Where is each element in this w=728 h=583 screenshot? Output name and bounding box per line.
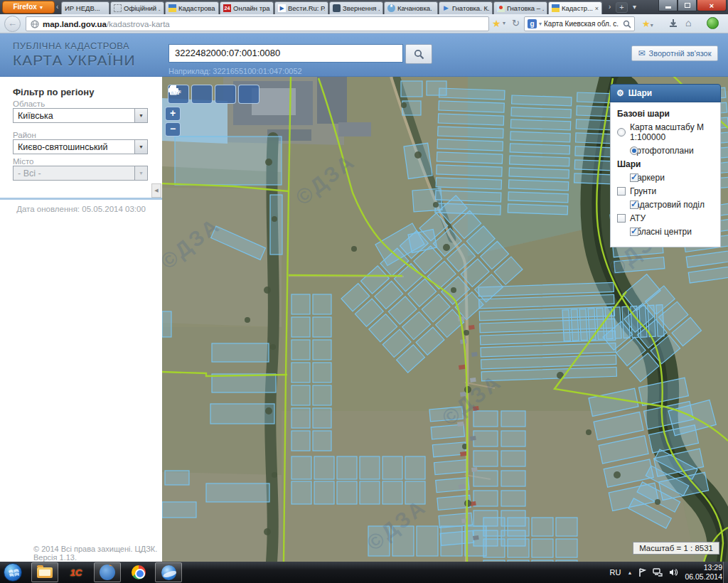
browser-tab[interactable]: *Качановка. ... (384, 1, 438, 14)
layers-panel-header[interactable]: ⚙ Шари (610, 84, 721, 102)
language-indicator[interactable]: RU (610, 568, 621, 577)
layer-label: Кадастровий поділ (630, 200, 705, 210)
layer-option[interactable]: АТУ (617, 213, 714, 223)
cadastre-search-button[interactable] (405, 44, 432, 64)
taskbar-1c[interactable]: 1С (63, 562, 90, 582)
browser-search-field[interactable]: g ▾ Карта Киевская обл. с. Гнатовка (524, 16, 635, 31)
bookmark-star-icon[interactable]: ★ (492, 18, 501, 29)
taskbar-firefox[interactable] (94, 562, 121, 582)
hidden-icons-arrow[interactable]: ▲ (628, 570, 633, 575)
show-desktop-button[interactable] (723, 562, 728, 583)
uaflag-favicon-icon (552, 4, 560, 12)
1c-icon: 1С (70, 567, 82, 578)
back-button[interactable]: ← (4, 16, 21, 32)
sidebar-collapse-button[interactable]: ◀ (151, 183, 161, 198)
list-tabs-button[interactable]: ▾ (633, 3, 636, 11)
taskbar-explorer[interactable] (31, 562, 58, 582)
addon-icon[interactable] (707, 17, 719, 29)
clock[interactable]: 13:29 06.05.2014 (685, 563, 722, 582)
taskbar-chrome[interactable] (125, 562, 152, 582)
zoom-in-button[interactable]: + (165, 107, 181, 121)
base-layer-option[interactable]: Ортофотоплани (617, 146, 714, 156)
tab-scroll-left[interactable]: ‹ (56, 3, 58, 11)
layer-option[interactable]: Кадастровий поділ (617, 200, 714, 210)
checkbox-icon[interactable] (630, 173, 638, 182)
print-button[interactable] (215, 85, 236, 104)
url-domain: map.land.gov.ua (43, 20, 107, 28)
restore-button[interactable] (678, 0, 697, 11)
browser-tab[interactable]: Звернення ... (329, 1, 383, 14)
tab-label: ИР НЕДВ... (65, 4, 106, 12)
url-bar[interactable]: map.land.gov.ua/kadastrova-karta (26, 16, 489, 31)
base-layer-option[interactable]: Карта масштабу М 1:100000 (617, 122, 714, 142)
zoom-out-button[interactable]: − (165, 122, 181, 137)
radio-icon[interactable] (617, 128, 626, 137)
taskbar-google-earth[interactable] (155, 562, 182, 582)
vesti-favicon-icon: ▶ (278, 4, 286, 12)
cadastre-search-input[interactable]: 3222482000:07:001:0080 (168, 44, 403, 63)
layer-option[interactable]: Обласні центри (617, 227, 714, 237)
close-button[interactable]: × (697, 0, 727, 11)
browser-tab[interactable]: Офіційний ... (110, 1, 164, 14)
map-toolbar: м м² ? (168, 85, 259, 104)
system-tray: RU ▲ 13:29 06.05.2014 (610, 562, 722, 583)
browser-tab[interactable]: ИР НЕДВ... (61, 1, 109, 14)
layer-label: Ортофотоплани (630, 146, 694, 156)
browser-tab[interactable]: Кадастр...× (548, 1, 602, 14)
browser-tab[interactable]: Кадастрова... (165, 1, 219, 14)
search-hint: Наприклад: 3221655100:01:047:0052 (168, 67, 302, 75)
filter-select-район[interactable]: Києво-святошинський▼ (13, 139, 148, 154)
checkbox-icon[interactable] (630, 228, 638, 236)
start-button[interactable] (4, 563, 22, 582)
gear-icon: ⚙ (616, 88, 624, 98)
feedback-button[interactable]: ✉ Зворотній зв'язок (631, 46, 718, 61)
volume-icon[interactable] (669, 568, 678, 577)
search-query: Карта Киевская обл. с. Гнатовка (544, 20, 621, 28)
envelope-icon: ✉ (638, 48, 645, 58)
checkbox-icon[interactable] (617, 214, 626, 223)
identify-help-button[interactable]: ? (238, 85, 259, 104)
filter-select-область[interactable]: Київська▼ (13, 108, 148, 123)
tab-label: Офіційний ... (124, 4, 161, 12)
layer-option[interactable]: Грунти (617, 186, 714, 196)
layer-label: Карта масштабу М 1:100000 (630, 122, 714, 142)
url-path: /kadastrova-karta (107, 20, 170, 28)
browser-tab[interactable]: Гнатовка – ... (493, 1, 547, 14)
checkbox-icon[interactable] (630, 200, 638, 209)
bookmarks-icon: ★ (642, 18, 651, 29)
action-center-flag-icon[interactable] (638, 568, 646, 577)
browser-tab[interactable]: 24Онлайн тра... (220, 1, 274, 14)
browser-tab[interactable]: ▶Вести.Ru: Р... (274, 1, 328, 14)
chevron-down-icon[interactable]: ▼ (134, 140, 147, 154)
chevron-down-icon[interactable]: ▼ (134, 109, 147, 122)
search-icon (414, 49, 424, 60)
radio-icon[interactable] (630, 146, 638, 155)
measure-area-button[interactable]: м² (191, 85, 213, 104)
minimize-button[interactable] (658, 0, 678, 11)
search-engine-icon[interactable]: g (528, 19, 537, 28)
globe-icon (31, 20, 39, 28)
layer-label: Грунти (630, 186, 656, 196)
new-tab-button[interactable]: + (616, 2, 628, 13)
layer-option[interactable]: Маркери (617, 173, 714, 183)
tab-close-icon[interactable]: × (595, 5, 599, 12)
browser-tab[interactable]: ▶Гнатовка. К... (439, 1, 493, 14)
bookmarks-menu-button[interactable]: ★▾ (642, 17, 653, 30)
search-icon[interactable] (623, 20, 631, 28)
tab-label: Гнатовка. К... (452, 4, 489, 12)
tab-scroll-right[interactable]: › (609, 3, 611, 11)
network-icon[interactable] (653, 568, 663, 577)
select-value: - Всі - (18, 169, 41, 178)
layers-panel: ⚙ Шари Базові шари Карта масштабу М 1:10… (610, 84, 721, 247)
downloads-button[interactable] (668, 18, 678, 28)
tab-label: Вести.Ru: Р... (288, 4, 325, 12)
bookmark-caret-icon[interactable]: ▾ (503, 20, 505, 26)
home-button[interactable]: ⌂ (685, 17, 691, 28)
emblem-favicon-icon (333, 4, 341, 12)
firefox-menu-button[interactable]: Firefox ▼ (2, 1, 55, 14)
feedback-label: Зворотній зв'язок (649, 49, 712, 58)
screen: Firefox ▼ ‹ ИР НЕДВ...Офіційний ...Кадас… (0, 0, 728, 583)
refresh-icon[interactable]: ↻ (512, 18, 520, 28)
filter-label: Область (13, 100, 45, 108)
checkbox-icon[interactable] (617, 187, 626, 196)
